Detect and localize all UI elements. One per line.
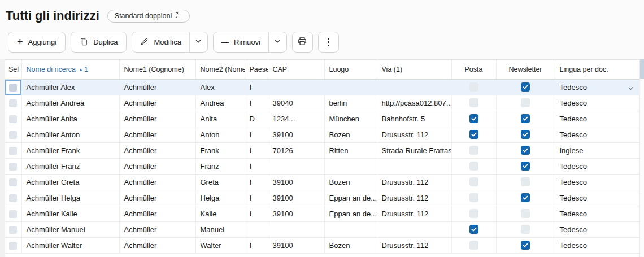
filter-badge[interactable]: Standard doppioni [107,10,190,23]
row-select-checkbox[interactable] [9,178,17,186]
column-header-search-name[interactable]: Nome di ricerca▲1 [21,60,119,79]
cell-language-dropdown[interactable]: Tedesco [555,111,639,127]
newsletter-checkbox[interactable] [521,193,530,202]
newsletter-checkbox[interactable] [521,241,530,250]
edit-dropdown-button[interactable] [190,32,207,52]
cell-cap[interactable] [268,221,324,237]
table-row[interactable]: Achmüller Anita Achmüller Anita D 1234..… [5,111,639,127]
cell-street[interactable]: Drususstr. 112 [377,174,451,190]
row-select-cell[interactable] [5,190,21,206]
cell-language-dropdown[interactable]: Tedesco [555,206,639,221]
cell-street[interactable]: http://pcasa012:807... [377,95,451,111]
column-header-country[interactable]: Paese [245,60,268,79]
cell-cap[interactable]: 39100 [268,127,324,142]
table-row[interactable]: Achmüller Walter Achmüller Walter I 3910… [5,237,639,253]
cell-search-name[interactable]: Achmüller Walter [21,237,119,253]
cell-country[interactable]: I [245,127,268,142]
cell-place[interactable]: München [324,111,377,127]
cell-language-dropdown[interactable]: Tedesco [555,79,639,95]
cell-search-name[interactable]: Achmüller Frank [21,142,119,158]
row-select-checkbox[interactable] [9,84,17,92]
row-select-checkbox[interactable] [9,210,17,218]
cell-place[interactable] [324,79,377,95]
cell-name2[interactable]: Walter [195,237,245,253]
cell-country[interactable]: I [245,95,268,111]
mail-checkbox[interactable] [469,241,478,250]
cell-name1[interactable]: Achmüller [119,206,195,221]
row-select-cell[interactable] [5,237,21,253]
cell-country[interactable]: D [245,111,268,127]
cell-place[interactable]: Bozen [324,237,377,253]
table-row[interactable]: Achmüller Helga Achmüller Helga I 39100 … [5,190,639,206]
cell-language-dropdown[interactable]: Inglese [555,142,639,158]
row-select-cell[interactable] [5,142,21,158]
cell-name1[interactable]: Achmüller [119,142,195,158]
column-header-cap[interactable]: CAP [268,60,324,79]
cell-place[interactable]: berlin [324,95,377,111]
cell-street[interactable]: Drususstr. 112 [377,206,451,221]
column-header-street[interactable]: Via (1) [377,60,451,79]
cell-country[interactable]: I [245,206,268,221]
cell-cap[interactable]: 1234... [268,111,324,127]
cell-search-name[interactable]: Achmüller Manuel [21,221,119,237]
newsletter-checkbox[interactable] [521,209,530,218]
column-header-name1[interactable]: Nome1 (Cognome) [119,60,195,79]
remove-dropdown-button[interactable] [269,32,286,52]
cell-cap[interactable]: 39100 [268,174,324,190]
table-row[interactable]: Achmüller Alex Achmüller Alex I Tedesco [5,79,639,95]
cell-search-name[interactable]: Achmüller Kalle [21,206,119,221]
cell-country[interactable]: I [245,158,268,174]
mail-checkbox[interactable] [469,162,478,171]
table-row[interactable]: Achmüller Franz Achmüller Franz I Tedesc… [5,158,639,174]
cell-name1[interactable]: Achmüller [119,190,195,206]
row-select-checkbox[interactable] [9,131,17,139]
row-select-cell[interactable] [5,158,21,174]
cell-country[interactable]: I [245,237,268,253]
cell-language-dropdown[interactable]: Tedesco [555,190,639,206]
cell-name2[interactable]: Andrea [195,95,245,111]
cell-search-name[interactable]: Achmüller Andrea [21,95,119,111]
cell-search-name[interactable]: Achmüller Greta [21,174,119,190]
cell-cap[interactable]: 39100 [268,206,324,221]
cell-street[interactable] [377,221,451,237]
cell-name1[interactable]: Achmüller [119,221,195,237]
cell-street[interactable]: Drususstr. 112 [377,127,451,142]
cell-language-dropdown[interactable]: Tedesco [555,127,639,142]
cell-street[interactable]: Drususstr. 112 [377,237,451,253]
cell-place[interactable]: Bozen [324,174,377,190]
newsletter-checkbox[interactable] [521,225,530,234]
mail-checkbox[interactable] [469,98,478,107]
row-select-cell[interactable] [5,95,21,111]
mail-checkbox[interactable] [469,114,478,123]
cell-country[interactable] [245,221,268,237]
column-header-place[interactable]: Luogo [324,60,377,79]
cell-place[interactable] [324,158,377,174]
column-header-language[interactable]: Lingua per doc. [555,60,639,79]
cell-street[interactable]: Strada Rurale Frattas... [377,142,451,158]
cell-street[interactable]: Drususstr. 112 [377,190,451,206]
table-row[interactable]: Achmüller Kalle Achmüller Kalle I 39100 … [5,206,639,221]
cell-place[interactable] [324,221,377,237]
row-select-checkbox[interactable] [9,242,17,250]
column-header-sel[interactable]: Sel [5,60,21,79]
newsletter-checkbox[interactable] [521,130,530,139]
cell-search-name[interactable]: Achmüller Alex [21,79,119,95]
cell-search-name[interactable]: Achmüller Anton [21,127,119,142]
vertical-scrollbar[interactable] [639,59,644,257]
cell-language-dropdown[interactable]: Tedesco [555,237,639,253]
row-select-checkbox[interactable] [9,147,17,155]
cell-language-dropdown[interactable]: Tedesco [555,221,639,237]
row-select-checkbox[interactable] [9,115,17,123]
row-select-cell[interactable] [5,206,21,221]
table-row[interactable]: Achmüller Frank Achmüller Frank I 70126 … [5,142,639,158]
mail-checkbox[interactable] [469,177,478,186]
cell-place[interactable]: Eppan an de... [324,190,377,206]
table-row[interactable]: Achmüller Greta Achmüller Greta I 39100 … [5,174,639,190]
mail-checkbox[interactable] [469,225,478,234]
cell-name1[interactable]: Achmüller [119,111,195,127]
cell-cap[interactable]: 70126 [268,142,324,158]
row-select-cell[interactable] [5,79,21,95]
add-button[interactable]: + Aggiungi [8,32,66,53]
cell-street[interactable]: Bahnhofstr. 5 [377,111,451,127]
row-select-cell[interactable] [5,221,21,237]
